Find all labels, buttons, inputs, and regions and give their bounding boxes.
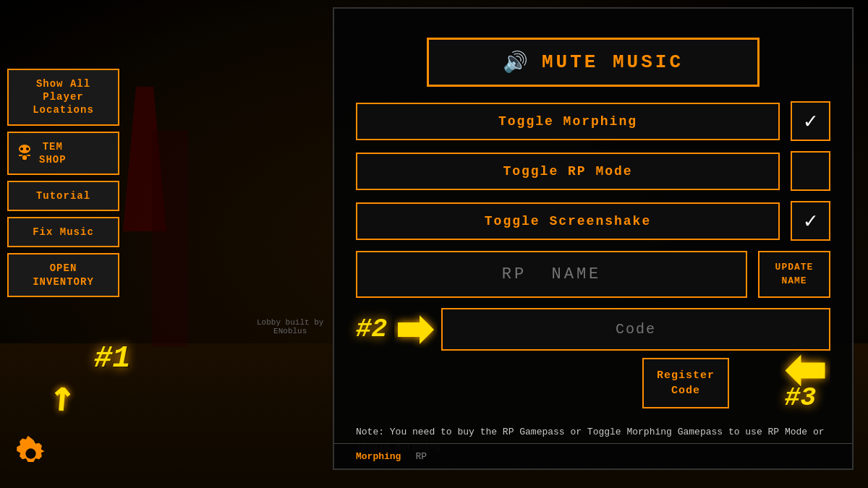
open-inventory-button[interactable]: OPEN INVENTORY [7, 253, 119, 296]
mute-music-button[interactable]: 🔊 MUTE MUSIC [427, 38, 760, 87]
svg-marker-7 [786, 355, 825, 387]
rp-mode-checkbox[interactable] [791, 151, 830, 191]
tutorial-button[interactable]: Tutorial [7, 181, 119, 211]
code-input[interactable] [441, 308, 830, 351]
toggle-morphing-row: Toggle Morphing [356, 101, 830, 141]
screenshake-checkbox[interactable] [791, 201, 830, 241]
toggle-rp-mode-row: Toggle RP Mode [356, 151, 830, 191]
svg-point-4 [22, 155, 27, 160]
svg-marker-6 [398, 315, 434, 344]
tem-shop-button[interactable]: TEM SHOP [7, 132, 119, 175]
hash3-label: #3 [785, 383, 816, 413]
code-row: #2 [334, 308, 852, 351]
arrow3-container: #3 [780, 351, 830, 394]
show-all-locations-button[interactable]: Show All Player Locations [7, 69, 119, 126]
update-name-button[interactable]: UPDATE NAME [758, 251, 830, 297]
label-1: #1 [94, 341, 130, 376]
rp-name-input[interactable] [356, 251, 747, 298]
mute-music-label: MUTE MUSIC [542, 51, 684, 73]
fix-music-button[interactable]: Fix Music [7, 217, 119, 247]
svg-point-5 [25, 448, 35, 458]
gear-icon [11, 434, 51, 474]
sidebar: Show All Player Locations TEM SHOP Tutor… [7, 69, 119, 297]
arrow-2-icon [394, 312, 438, 348]
tem-icon [14, 143, 35, 163]
gear-icon-container[interactable] [11, 434, 51, 477]
tab-rp[interactable]: RP [415, 451, 427, 462]
lobby-credit: Lobby built by ENoblus [257, 318, 323, 335]
register-code-row: Register Code #3 [334, 358, 852, 408]
svg-point-2 [26, 147, 29, 150]
morphing-checkbox[interactable] [791, 101, 830, 141]
bg-decoration-2 [152, 130, 188, 347]
svg-point-1 [20, 147, 23, 150]
toggle-morphing-button[interactable]: Toggle Morphing [356, 103, 780, 140]
bottom-bar: Morphing RP [334, 443, 852, 468]
toggle-screenshake-button[interactable]: Toggle Screenshake [356, 202, 780, 240]
speaker-icon: 🔊 [503, 50, 531, 74]
main-panel: 🔊 MUTE MUSIC Toggle Morphing Toggle RP M… [333, 7, 854, 470]
tab-morphing[interactable]: Morphing [356, 451, 401, 462]
rp-name-row: UPDATE NAME [334, 251, 852, 298]
toggle-section: Toggle Morphing Toggle RP Mode Toggle Sc… [334, 101, 852, 241]
toggle-rp-mode-button[interactable]: Toggle RP Mode [356, 153, 780, 190]
register-code-button[interactable]: Register Code [642, 358, 729, 408]
toggle-screenshake-row: Toggle Screenshake [356, 201, 830, 241]
hash2-label: #2 [356, 314, 387, 344]
